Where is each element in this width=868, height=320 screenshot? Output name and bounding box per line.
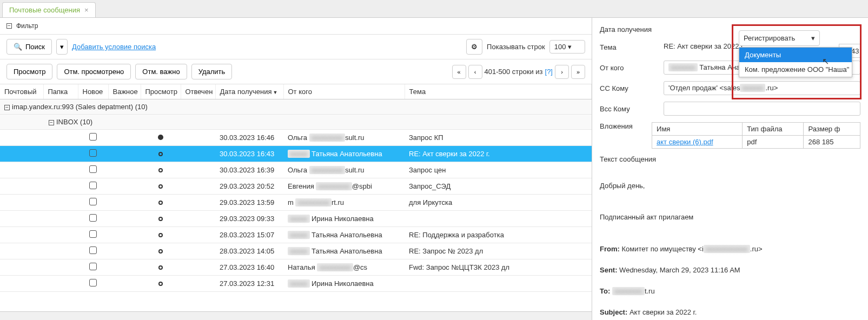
- detail-cc-label: СС Кому: [600, 84, 659, 92]
- attachment-size: 268 185: [804, 136, 860, 149]
- horizontal-scrollbar[interactable]: [0, 311, 592, 320]
- attachment-link[interactable]: акт сверки (6).pdf: [657, 138, 713, 146]
- read-dot-icon: [158, 201, 163, 205]
- register-option-proposal[interactable]: Ком. предложение ООО "Наша": [739, 62, 852, 77]
- col-date[interactable]: Дата получения: [215, 84, 283, 99]
- cell-date: 29.03.2023 13:59: [215, 195, 283, 211]
- mark-read-button[interactable]: Отм. просмотрено: [57, 64, 131, 79]
- read-dot-icon: [158, 265, 163, 270]
- chevron-down-icon: ▾: [568, 43, 572, 51]
- page-prev-button[interactable]: ‹: [468, 65, 482, 79]
- tab-bar: Почтовые сообщения ×: [0, 0, 868, 18]
- col-viewed[interactable]: Просмотр: [141, 84, 181, 99]
- gear-icon: ⚙: [471, 43, 478, 51]
- checkbox[interactable]: [89, 198, 97, 205]
- col-from[interactable]: От кого: [283, 84, 405, 99]
- att-col-name: Имя: [652, 123, 743, 136]
- checkbox[interactable]: [89, 246, 97, 254]
- settings-button[interactable]: ⚙: [466, 39, 482, 55]
- mark-important-button[interactable]: Отм. важно: [135, 64, 187, 79]
- register-button[interactable]: Регистрировать ▾: [739, 30, 820, 46]
- att-col-size: Размер ф: [804, 123, 860, 136]
- search-dropdown-button[interactable]: ▾: [56, 39, 68, 55]
- cell-subject: [405, 211, 592, 227]
- checkbox[interactable]: [89, 263, 97, 270]
- cell-date: 30.03.2023 16:43: [215, 146, 283, 162]
- col-mail[interactable]: Почтовый: [0, 84, 43, 99]
- rows-per-page-select[interactable]: 100 ▾: [549, 40, 585, 54]
- cell-from: Ольга xxxxxxxxxsult.ru: [283, 130, 405, 146]
- col-new[interactable]: Новое: [78, 84, 108, 99]
- read-dot-icon: [158, 152, 163, 156]
- checkbox[interactable]: [89, 133, 97, 141]
- table-row[interactable]: 28.03.2023 14:05xxxxx Татьяна Анатольевн…: [0, 243, 592, 259]
- collapse-icon[interactable]: −: [6, 23, 12, 29]
- table-row[interactable]: 29.03.2023 20:52Евгения xxxxxxxxx@spbiЗа…: [0, 178, 592, 195]
- cell-from: m xxxxxxxxxrt.ru: [283, 195, 405, 211]
- table-row[interactable]: 27.03.2023 12:31xxxxx Ирина Николаевна: [0, 276, 592, 292]
- grid-header-row: Почтовый Папка Новое Важное Просмотр Отв…: [0, 84, 592, 99]
- page-last-button[interactable]: »: [571, 65, 585, 79]
- page-total-help[interactable]: [?]: [545, 68, 553, 76]
- read-dot-icon: [158, 233, 163, 237]
- page-next-button[interactable]: ›: [555, 65, 569, 79]
- table-row[interactable]: 29.03.2023 09:33xxxxx Ирина Николаевна: [0, 211, 592, 227]
- col-folder[interactable]: Папка: [43, 84, 78, 99]
- view-button[interactable]: Просмотр: [6, 64, 52, 79]
- attachment-row[interactable]: акт сверки (6).pdf pdf 268 185: [652, 136, 860, 149]
- group-row-server[interactable]: −imap.yandex.ru:993 (Sales depatment) (1…: [0, 99, 592, 115]
- group-row-inbox[interactable]: −INBOX (10): [0, 115, 592, 130]
- delete-button[interactable]: Удалить: [191, 64, 233, 79]
- cell-subject: Запрос КП: [405, 130, 592, 146]
- register-highlighted-area: Регистрировать ▾ Документы Ком. предложе…: [732, 24, 862, 99]
- table-row[interactable]: 30.03.2023 16:46Ольга xxxxxxxxxsult.ruЗа…: [0, 130, 592, 146]
- detail-from-label: От кого: [600, 64, 659, 72]
- cell-from: Евгения xxxxxxxxx@spbi: [283, 178, 405, 195]
- col-replied[interactable]: Отвечен: [181, 84, 215, 99]
- register-option-documents[interactable]: Документы: [739, 48, 852, 62]
- table-row[interactable]: 27.03.2023 16:40Наталья xxxxxxxxx@csFwd:…: [0, 259, 592, 276]
- search-icon: 🔍: [14, 43, 22, 51]
- detail-subject-label: Тема: [600, 43, 659, 51]
- checkbox[interactable]: [89, 149, 97, 157]
- checkbox[interactable]: [89, 165, 97, 173]
- close-icon[interactable]: ×: [84, 6, 89, 14]
- detail-bcc-value: [664, 102, 860, 116]
- add-filter-condition[interactable]: Добавить условие поиска: [72, 43, 156, 51]
- cell-subject: RE: Запрос № 2023 дл: [405, 243, 592, 259]
- cell-subject: для Иркутска: [405, 195, 592, 211]
- detail-attachments-label: Вложения: [600, 122, 647, 130]
- page-first-button[interactable]: «: [452, 65, 466, 79]
- cell-date: 29.03.2023 20:52: [215, 178, 283, 195]
- cell-date: 29.03.2023 09:33: [215, 211, 283, 227]
- table-row[interactable]: 30.03.2023 16:43xxxxx Татьяна Анатольевн…: [0, 146, 592, 162]
- col-subject[interactable]: Тема: [405, 84, 592, 99]
- read-dot-icon: [158, 217, 163, 221]
- cell-from: xxxxx Татьяна Анатольевна: [283, 243, 405, 259]
- cell-date: 30.03.2023 16:46: [215, 130, 283, 146]
- rows-label: Показывать строк: [487, 43, 545, 51]
- read-dot-icon: [158, 249, 163, 254]
- detail-body-label: Текст сообщения: [600, 155, 659, 163]
- chevron-down-icon: ▾: [60, 43, 64, 51]
- checkbox[interactable]: [89, 214, 97, 222]
- cell-subject: Запрос_СЭД: [405, 178, 592, 195]
- messages-grid: Почтовый Папка Новое Важное Просмотр Отв…: [0, 84, 592, 311]
- table-row[interactable]: 28.03.2023 15:07xxxxx Татьяна Анатольевн…: [0, 227, 592, 243]
- chevron-down-icon: ▾: [811, 34, 815, 42]
- cursor-icon: ↖: [822, 56, 829, 66]
- table-row[interactable]: 29.03.2023 13:59m xxxxxxxxxrt.ruдля Ирку…: [0, 195, 592, 211]
- checkbox[interactable]: [89, 230, 97, 238]
- detail-bcc-label: Всс Кому: [600, 105, 659, 113]
- col-important[interactable]: Важное: [108, 84, 141, 99]
- page-range: 401-500 строки из: [485, 68, 543, 76]
- attachments-table: Имя Тип файла Размер ф акт сверки (6).pd…: [652, 122, 860, 149]
- cell-from: xxxxx Ирина Николаевна: [283, 276, 405, 292]
- cell-subject: RE: Акт сверки за 2022 г.: [405, 146, 592, 162]
- table-row[interactable]: 30.03.2023 16:39Ольга xxxxxxxxxsult.ruЗа…: [0, 162, 592, 178]
- search-button[interactable]: 🔍 Поиск: [6, 39, 52, 55]
- cell-from: xxxxx Татьяна Анатольевна: [283, 227, 405, 243]
- checkbox[interactable]: [89, 182, 97, 189]
- checkbox[interactable]: [89, 279, 97, 286]
- tab-mail-messages[interactable]: Почтовые сообщения ×: [2, 2, 96, 17]
